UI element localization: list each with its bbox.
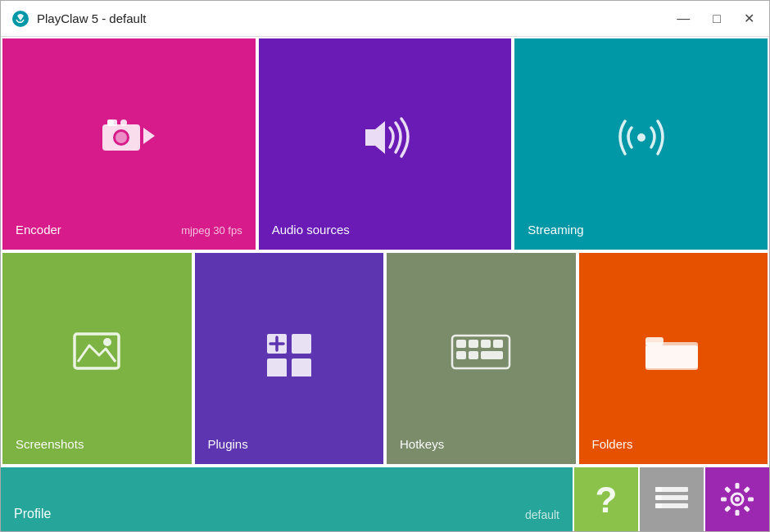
list-button[interactable] bbox=[638, 467, 704, 531]
close-button[interactable]: ✕ bbox=[739, 11, 759, 27]
svg-point-11 bbox=[103, 338, 111, 346]
profile-label: Profile bbox=[14, 507, 51, 521]
encoder-icon bbox=[16, 52, 242, 223]
screenshots-label: Screenshots bbox=[16, 437, 84, 451]
screenshots-icon bbox=[16, 266, 179, 437]
title-bar-left: PlayClaw 5 - default bbox=[11, 9, 146, 29]
svg-point-6 bbox=[120, 119, 127, 126]
title-bar: PlayClaw 5 - default — □ ✕ bbox=[1, 1, 769, 37]
audio-icon bbox=[272, 52, 499, 223]
main-window: PlayClaw 5 - default — □ ✕ bbox=[0, 0, 770, 532]
plugins-icon bbox=[208, 266, 371, 437]
streaming-label-row: Streaming bbox=[528, 223, 754, 237]
folders-icon bbox=[592, 266, 755, 437]
streaming-label: Streaming bbox=[528, 223, 583, 237]
svg-marker-8 bbox=[365, 121, 385, 154]
streaming-icon bbox=[528, 52, 754, 223]
list-icon bbox=[654, 484, 690, 515]
svg-rect-20 bbox=[469, 340, 478, 348]
main-grid: Encoder mjpeg 30 fps bbox=[1, 37, 769, 531]
svg-point-37 bbox=[735, 497, 740, 502]
audio-label-row: Audio sources bbox=[272, 223, 499, 237]
tile-audio[interactable]: Audio sources bbox=[257, 37, 514, 251]
svg-rect-27 bbox=[645, 337, 664, 345]
svg-rect-17 bbox=[292, 358, 311, 376]
svg-point-3 bbox=[116, 132, 127, 143]
encoder-sublabel: mjpeg 30 fps bbox=[181, 224, 242, 237]
tile-encoder[interactable]: Encoder mjpeg 30 fps bbox=[1, 37, 257, 251]
svg-rect-45 bbox=[724, 486, 731, 493]
svg-rect-41 bbox=[743, 505, 750, 512]
tile-folders[interactable]: Folders bbox=[578, 251, 770, 466]
svg-rect-25 bbox=[481, 351, 503, 359]
window-title: PlayClaw 5 - default bbox=[37, 11, 146, 25]
svg-rect-35 bbox=[655, 503, 662, 508]
svg-rect-23 bbox=[456, 351, 466, 359]
profile-value: default bbox=[525, 508, 559, 521]
tile-row-1: Encoder mjpeg 30 fps bbox=[1, 37, 769, 251]
svg-rect-16 bbox=[267, 358, 287, 376]
hotkeys-label: Hotkeys bbox=[400, 437, 444, 451]
plugins-label: Plugins bbox=[208, 437, 248, 451]
svg-rect-43 bbox=[724, 505, 731, 512]
minimize-button[interactable]: — bbox=[672, 11, 695, 27]
svg-rect-44 bbox=[721, 498, 727, 502]
profile-tile[interactable]: Profile default bbox=[1, 467, 573, 531]
svg-rect-33 bbox=[655, 487, 662, 492]
svg-point-5 bbox=[107, 119, 114, 126]
svg-rect-21 bbox=[481, 340, 491, 348]
folders-label: Folders bbox=[592, 437, 633, 451]
tile-plugins[interactable]: Plugins bbox=[193, 251, 386, 466]
svg-rect-40 bbox=[748, 498, 754, 502]
settings-icon bbox=[719, 481, 755, 517]
svg-text:?: ? bbox=[596, 481, 618, 517]
svg-rect-15 bbox=[292, 334, 311, 354]
tile-rows: Encoder mjpeg 30 fps bbox=[1, 37, 769, 466]
svg-rect-38 bbox=[736, 483, 740, 489]
help-icon: ? bbox=[591, 481, 621, 517]
title-bar-controls: — □ ✕ bbox=[672, 11, 759, 27]
bottom-bar: Profile default ? bbox=[1, 466, 769, 531]
settings-button[interactable] bbox=[704, 467, 769, 531]
maximize-button[interactable]: □ bbox=[708, 11, 726, 27]
svg-marker-7 bbox=[143, 128, 155, 144]
hotkeys-label-row: Hotkeys bbox=[400, 437, 563, 451]
svg-rect-28 bbox=[645, 345, 698, 368]
svg-rect-34 bbox=[655, 495, 662, 500]
hotkeys-icon bbox=[400, 266, 563, 437]
tile-row-2: Screenshots bbox=[1, 251, 769, 466]
svg-point-9 bbox=[637, 133, 645, 142]
svg-rect-22 bbox=[493, 340, 503, 348]
svg-rect-19 bbox=[456, 340, 466, 348]
tile-screenshots[interactable]: Screenshots bbox=[1, 251, 193, 466]
audio-label: Audio sources bbox=[272, 223, 350, 237]
folders-label-row: Folders bbox=[592, 437, 755, 451]
plugins-label-row: Plugins bbox=[208, 437, 371, 451]
screenshots-label-row: Screenshots bbox=[16, 437, 179, 451]
tile-streaming[interactable]: Streaming bbox=[513, 37, 769, 251]
app-logo-icon bbox=[11, 9, 30, 29]
svg-rect-42 bbox=[736, 510, 740, 516]
help-button[interactable]: ? bbox=[573, 467, 638, 531]
encoder-label-row: Encoder mjpeg 30 fps bbox=[16, 223, 242, 237]
encoder-label: Encoder bbox=[16, 223, 61, 237]
svg-rect-39 bbox=[743, 486, 750, 493]
svg-rect-24 bbox=[469, 351, 478, 359]
tile-hotkeys[interactable]: Hotkeys bbox=[385, 251, 578, 466]
